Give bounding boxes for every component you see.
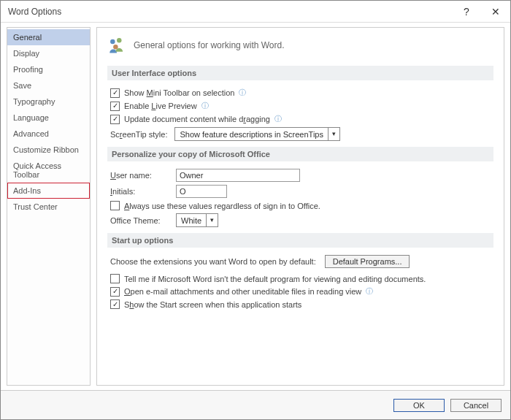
category-sidebar: General Display Proofing Save Typography… <box>7 27 91 386</box>
chevron-down-icon: ▾ <box>206 214 218 226</box>
checkbox-live-preview[interactable] <box>110 102 120 111</box>
sidebar-item-customize-ribbon[interactable]: Customize Ribbon <box>7 142 90 158</box>
svg-point-1 <box>117 38 122 43</box>
checkbox-start-screen[interactable] <box>110 299 120 309</box>
label-drag-update: Update document content while dragging <box>124 115 270 123</box>
checkbox-mini-toolbar[interactable] <box>110 88 120 98</box>
sidebar-item-typography[interactable]: Typography <box>7 93 90 110</box>
info-icon[interactable] <box>274 114 282 124</box>
label-start-screen: Show the Start screen when this applicat… <box>124 300 301 309</box>
label-initials: Initials: <box>110 187 169 196</box>
window-title: Word Options <box>8 7 452 17</box>
svg-point-0 <box>110 39 115 45</box>
help-button[interactable]: ? <box>452 6 481 18</box>
general-options-icon <box>107 35 126 56</box>
chevron-down-icon: ▾ <box>328 128 339 140</box>
label-screentip: ScreenTip style: <box>110 130 167 139</box>
input-initials[interactable] <box>176 185 227 198</box>
label-mini-toolbar: Show Mini Toolbar on selection <box>124 88 234 97</box>
label-live-preview: Enable Live Preview <box>124 102 197 110</box>
section-startup: Start up options <box>107 233 493 248</box>
checkbox-reading-view[interactable] <box>110 287 120 297</box>
sidebar-item-display[interactable]: Display <box>7 45 90 61</box>
close-button[interactable]: ✕ <box>481 6 510 18</box>
page-header: General options for working with Word. <box>107 35 493 56</box>
default-programs-button[interactable]: Default Programs... <box>325 255 410 268</box>
sidebar-item-trust-center[interactable]: Trust Center <box>7 199 90 215</box>
info-icon[interactable] <box>239 88 246 98</box>
sidebar-item-proofing[interactable]: Proofing <box>7 61 90 77</box>
info-icon[interactable] <box>366 286 373 297</box>
dialog-footer: OK Cancel <box>1 390 510 419</box>
label-always-use: Always use these values regardless of si… <box>124 202 320 210</box>
sidebar-item-qat[interactable]: Quick Access Toolbar <box>7 158 90 183</box>
label-theme: Office Theme: <box>110 216 169 225</box>
content-pane: General options for working with Word. U… <box>96 27 504 386</box>
titlebar: Word Options ? ✕ <box>1 1 510 23</box>
select-office-theme[interactable]: White ▾ <box>176 213 218 227</box>
sidebar-item-save[interactable]: Save <box>7 77 90 93</box>
input-username[interactable] <box>176 169 300 182</box>
ok-button[interactable]: OK <box>393 399 445 412</box>
checkbox-drag-update[interactable] <box>110 115 120 124</box>
label-reading-view: Open e-mail attachments and other unedit… <box>124 287 361 296</box>
dialog-body: General Display Proofing Save Typography… <box>1 23 510 390</box>
section-personalize: Personalize your copy of Microsoft Offic… <box>107 147 493 161</box>
sidebar-item-add-ins[interactable]: Add-Ins <box>7 183 90 199</box>
sidebar-item-language[interactable]: Language <box>7 110 90 126</box>
sidebar-item-advanced[interactable]: Advanced <box>7 126 90 142</box>
label-default-program: Tell me if Microsoft Word isn't the defa… <box>124 275 426 283</box>
label-username: User name: <box>110 171 169 180</box>
checkbox-always-use[interactable] <box>110 201 120 210</box>
page-header-text: General options for working with Word. <box>134 40 285 50</box>
startup-intro-text: Choose the extensions you want Word to o… <box>110 257 316 266</box>
select-screentip-style[interactable]: Show feature descriptions in ScreenTips … <box>174 127 339 141</box>
word-options-dialog: Word Options ? ✕ General Display Proofin… <box>0 0 511 420</box>
section-ui-options: User Interface options <box>107 66 493 80</box>
cancel-button[interactable]: Cancel <box>450 399 502 412</box>
sidebar-item-general[interactable]: General <box>7 29 90 45</box>
info-icon[interactable] <box>201 101 209 111</box>
checkbox-default-program[interactable] <box>110 274 120 283</box>
svg-point-2 <box>113 45 118 50</box>
